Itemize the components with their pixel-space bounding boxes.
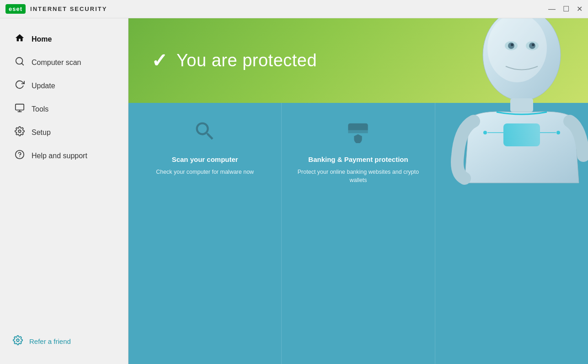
close-button[interactable]: ✕ [577, 5, 583, 13]
check-icon: ✓ [151, 49, 167, 72]
svg-rect-2 [16, 104, 24, 110]
refer-friend-label: Refer a friend [29, 337, 71, 345]
svg-point-5 [18, 130, 21, 133]
sidebar-item-scan-label: Computer scan [32, 59, 81, 67]
sidebar-item-setup-label: Setup [32, 128, 51, 137]
sidebar-item-home-label: Home [32, 35, 52, 43]
banking-card-icon [346, 119, 370, 147]
sidebar-item-setup[interactable]: Setup [0, 121, 128, 144]
refer-friend-item[interactable]: Refer a friend [13, 335, 115, 348]
tools-icon [14, 103, 25, 115]
svg-point-15 [511, 43, 513, 46]
scan-card-icon [193, 119, 217, 147]
app-logo: eset INTERNET SECURITY [5, 4, 107, 14]
scan-card-desc: Check your computer for malware now [156, 168, 254, 177]
sidebar-item-computer-scan[interactable]: Computer scan [0, 51, 128, 74]
sidebar-item-help-label: Help and support [32, 152, 87, 160]
sidebar-item-update[interactable]: Update [0, 74, 128, 97]
svg-point-22 [556, 131, 560, 134]
update-icon [14, 80, 25, 92]
main-content: ✓ You are protected [128, 18, 588, 364]
title-bar: eset INTERNET SECURITY — ☐ ✕ [0, 0, 588, 18]
svg-rect-18 [503, 123, 540, 146]
protected-banner: ✓ You are protected [128, 18, 588, 103]
robot-figure [433, 18, 588, 229]
svg-point-8 [16, 339, 19, 342]
setup-icon [14, 126, 25, 139]
protected-text: You are protected [176, 51, 317, 70]
banking-card-desc: Protect your online banking websites and… [291, 168, 425, 185]
scan-card-title: Scan your computer [172, 155, 238, 164]
svg-line-1 [21, 63, 23, 65]
svg-rect-17 [510, 98, 533, 112]
app-body: Home Computer scan Update [0, 18, 588, 364]
maximize-button[interactable]: ☐ [563, 5, 569, 13]
sidebar-item-update-label: Update [32, 82, 55, 90]
eset-logo-badge: eset [5, 4, 26, 14]
svg-point-21 [483, 131, 487, 134]
window-controls: — ☐ ✕ [548, 5, 583, 13]
sidebar: Home Computer scan Update [0, 18, 128, 364]
refer-icon [13, 335, 23, 348]
app-title: INTERNET SECURITY [30, 5, 107, 12]
refer-section: Refer a friend [0, 328, 128, 355]
search-icon [14, 56, 25, 69]
sidebar-item-tools-label: Tools [32, 105, 48, 113]
svg-point-16 [532, 43, 535, 46]
minimize-button[interactable]: — [548, 5, 556, 13]
sidebar-item-tools[interactable]: Tools [0, 97, 128, 121]
banking-card[interactable]: Banking & Payment protection Protect you… [282, 103, 435, 364]
scan-card[interactable]: Scan your computer Check your computer f… [128, 103, 282, 364]
sidebar-item-home[interactable]: Home [0, 27, 128, 51]
home-icon [14, 33, 25, 45]
sidebar-item-help[interactable]: Help and support [0, 144, 128, 167]
banking-card-title: Banking & Payment protection [308, 155, 408, 164]
help-icon [14, 150, 25, 162]
